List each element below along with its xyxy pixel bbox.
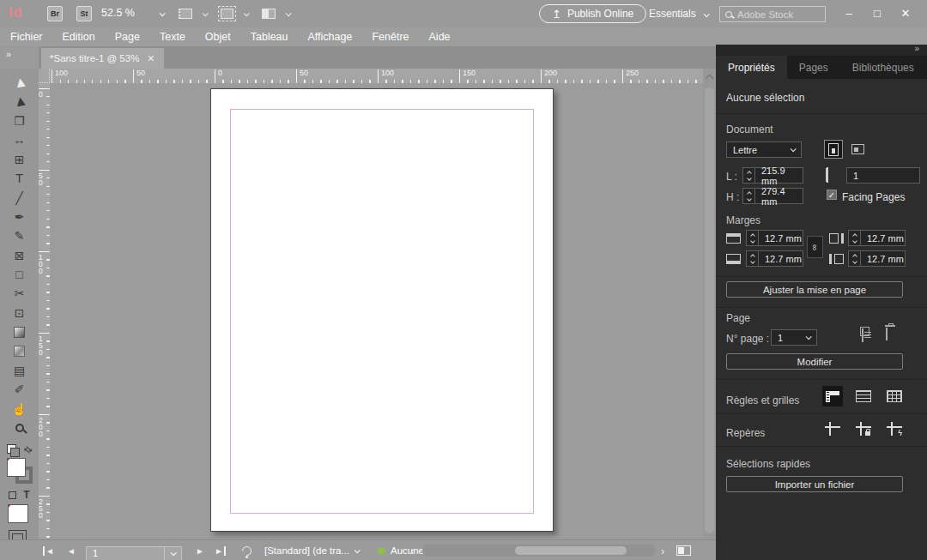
scissors-tool[interactable]: ✂: [0, 284, 39, 303]
content-collector-tool[interactable]: ⊞: [0, 150, 39, 169]
edit-page-button[interactable]: Modifier: [726, 353, 903, 370]
horizontal-ruler[interactable]: 10050050100150200250300: [50, 69, 703, 83]
note-tool[interactable]: ▤: [0, 361, 39, 380]
apply-none-button[interactable]: [8, 504, 28, 523]
width-stepper[interactable]: [742, 167, 755, 184]
bottom-margin-stepper[interactable]: [746, 250, 759, 267]
gap-tool[interactable]: ↔: [0, 130, 39, 149]
smart-guides-button[interactable]: ϟ: [884, 418, 905, 439]
left-margin-field[interactable]: 12.7 mm: [860, 250, 906, 267]
show-guides-button[interactable]: [822, 418, 843, 439]
page-tool[interactable]: ❐: [0, 111, 39, 130]
fill-swatch[interactable]: [7, 458, 26, 477]
vertical-ruler[interactable]: 050100150200250: [39, 83, 50, 539]
last-page-button[interactable]: ►: [215, 540, 226, 560]
free-transform-tool[interactable]: ⊡: [0, 304, 39, 322]
vertical-scroll-thumb[interactable]: [705, 87, 714, 533]
close-tab-icon[interactable]: ✕: [147, 53, 154, 64]
width-field[interactable]: 215.9 mm: [754, 167, 803, 184]
rectangle-tool[interactable]: □: [0, 265, 39, 284]
pasteboard[interactable]: [50, 83, 703, 539]
import-file-button[interactable]: Importer un fichier: [726, 476, 903, 492]
color-theme-tool[interactable]: ✐: [0, 380, 39, 399]
right-margin-stepper[interactable]: [848, 230, 861, 246]
line-tool[interactable]: ╱: [0, 188, 39, 207]
pencil-tool[interactable]: ✎: [0, 226, 39, 245]
minimize-button[interactable]: –: [837, 3, 861, 22]
gradient-feather-tool[interactable]: [0, 341, 39, 360]
gradient-swatch-tool[interactable]: [0, 322, 39, 341]
panel-collapse-icon[interactable]: »: [914, 44, 918, 53]
left-margin-stepper[interactable]: [848, 250, 861, 267]
menu-item[interactable]: Edition: [63, 31, 106, 43]
horizontal-scroll-thumb[interactable]: [515, 546, 627, 555]
zoom-level-dropdown[interactable]: 52.5 %: [101, 7, 164, 19]
tools-panel-expand-icon[interactable]: »: [6, 49, 10, 59]
landscape-orientation-button[interactable]: [848, 140, 867, 159]
menu-item[interactable]: Aide: [429, 31, 461, 43]
preflight-icon[interactable]: [242, 540, 251, 560]
scroll-right-icon[interactable]: ›: [661, 540, 664, 560]
right-margin-field[interactable]: 12.7 mm: [860, 230, 906, 246]
menu-item[interactable]: Page: [115, 31, 150, 43]
panel-tab[interactable]: Bibliothèques: [840, 56, 926, 79]
screen-mode-dropdown[interactable]: [221, 6, 248, 21]
page-number-field[interactable]: 1: [86, 543, 182, 560]
pages-count-field[interactable]: 1: [846, 167, 920, 184]
swap-fill-stroke-icon[interactable]: ⇄: [21, 443, 35, 457]
menu-item[interactable]: Tableau: [251, 31, 299, 43]
menu-item[interactable]: Affichage: [308, 31, 363, 43]
next-page-button[interactable]: ►: [196, 540, 204, 560]
hand-tool[interactable]: ☝: [0, 400, 39, 418]
maximize-button[interactable]: □: [865, 3, 889, 22]
horizontal-scrollbar[interactable]: [422, 545, 656, 557]
scroll-up-icon[interactable]: [706, 75, 714, 83]
previous-page-button[interactable]: ◄: [67, 540, 76, 560]
preflight-profile-dropdown[interactable]: [Standard] (de tra...: [264, 540, 359, 560]
facing-pages-checkbox[interactable]: [827, 190, 837, 200]
document-page[interactable]: [210, 88, 554, 532]
portrait-orientation-button[interactable]: [824, 140, 843, 159]
default-swatches-icon[interactable]: [7, 444, 16, 454]
zoom-tool[interactable]: [0, 418, 39, 437]
split-window-button[interactable]: [676, 540, 691, 560]
selection-tool[interactable]: ▶: [0, 73, 39, 92]
type-tool[interactable]: T: [0, 169, 39, 188]
stock-button[interactable]: St: [76, 6, 92, 21]
direct-selection-tool[interactable]: ▶: [0, 92, 39, 111]
vertical-scrollbar[interactable]: [703, 69, 716, 560]
page-dropdown[interactable]: [164, 547, 181, 560]
ruler-origin-corner[interactable]: [39, 69, 50, 83]
menu-item[interactable]: Fichier: [10, 31, 53, 43]
rectangle-frame-tool[interactable]: ⊠: [0, 246, 39, 265]
delete-page-button[interactable]: [886, 328, 888, 340]
workspace-switcher[interactable]: Essentials: [649, 8, 708, 20]
publish-online-button[interactable]: ↥ Publish Online: [539, 4, 646, 23]
page-number-select[interactable]: 1: [771, 329, 817, 346]
height-stepper[interactable]: [742, 188, 755, 204]
pen-tool[interactable]: ✒: [0, 208, 39, 226]
close-button[interactable]: ✕: [894, 3, 918, 22]
top-margin-field[interactable]: 12.7 mm: [758, 230, 803, 246]
formatting-affects-text-icon[interactable]: T: [23, 489, 29, 501]
adobe-stock-search[interactable]: Adobe Stock: [719, 6, 826, 22]
first-page-button[interactable]: ◄: [43, 540, 54, 560]
document-grid-button[interactable]: [884, 386, 905, 406]
view-options-dropdown[interactable]: [179, 6, 207, 21]
show-rulers-button[interactable]: [822, 386, 843, 406]
menu-item[interactable]: Objet: [205, 31, 241, 43]
panel-tab[interactable]: Pages: [787, 56, 840, 79]
menu-item[interactable]: Texte: [160, 31, 196, 43]
height-field[interactable]: 279.4 mm: [754, 188, 803, 204]
formatting-affects-container-icon[interactable]: [9, 491, 16, 499]
bridge-button[interactable]: Br: [47, 6, 63, 21]
bottom-margin-field[interactable]: 12.7 mm: [758, 250, 803, 267]
link-margins-button[interactable]: ∞: [807, 236, 823, 258]
document-layout-dropdown[interactable]: [262, 6, 290, 21]
lock-guides-button[interactable]: [853, 418, 874, 439]
panel-tab[interactable]: Propriétés: [716, 56, 787, 79]
baseline-grid-button[interactable]: [853, 386, 874, 406]
top-margin-stepper[interactable]: [746, 230, 759, 246]
menu-item[interactable]: Fenêtre: [372, 31, 419, 43]
page-size-select[interactable]: Lettre: [726, 142, 802, 158]
